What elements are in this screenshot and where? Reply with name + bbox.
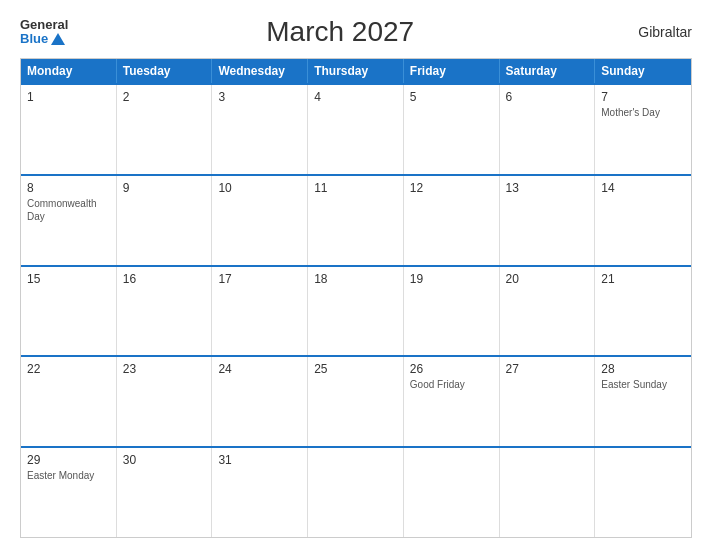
cell-5-5	[404, 448, 500, 537]
col-monday: Monday	[21, 59, 117, 83]
cell-2-3: 10	[212, 176, 308, 265]
logo-triangle-icon	[51, 33, 65, 45]
cell-3-1: 15	[21, 267, 117, 356]
cell-4-7: 28Easter Sunday	[595, 357, 691, 446]
calendar-title: March 2027	[68, 16, 612, 48]
cell-5-2: 30	[117, 448, 213, 537]
cell-3-4: 18	[308, 267, 404, 356]
calendar-row-1: 1 2 3 4 5 6 7Mother's Day	[21, 83, 691, 174]
calendar-row-3: 15 16 17 18 19 20 21	[21, 265, 691, 356]
cell-4-3: 24	[212, 357, 308, 446]
cell-5-7	[595, 448, 691, 537]
logo: General Blue	[20, 18, 68, 47]
cell-4-6: 27	[500, 357, 596, 446]
col-thursday: Thursday	[308, 59, 404, 83]
cell-2-1: 8Commonwealth Day	[21, 176, 117, 265]
calendar-body: 1 2 3 4 5 6 7Mother's Day 8Commonwealth …	[21, 83, 691, 537]
cell-2-6: 13	[500, 176, 596, 265]
cell-1-3: 3	[212, 85, 308, 174]
cell-3-6: 20	[500, 267, 596, 356]
cell-1-5: 5	[404, 85, 500, 174]
cell-5-3: 31	[212, 448, 308, 537]
col-friday: Friday	[404, 59, 500, 83]
calendar-row-2: 8Commonwealth Day 9 10 11 12 13 14	[21, 174, 691, 265]
cell-4-1: 22	[21, 357, 117, 446]
cell-2-5: 12	[404, 176, 500, 265]
cell-1-1: 1	[21, 85, 117, 174]
cell-2-2: 9	[117, 176, 213, 265]
cell-4-2: 23	[117, 357, 213, 446]
cell-1-4: 4	[308, 85, 404, 174]
cell-2-4: 11	[308, 176, 404, 265]
region-label: Gibraltar	[612, 24, 692, 40]
calendar-header: Monday Tuesday Wednesday Thursday Friday…	[21, 59, 691, 83]
col-tuesday: Tuesday	[117, 59, 213, 83]
col-saturday: Saturday	[500, 59, 596, 83]
calendar-row-5: 29Easter Monday 30 31	[21, 446, 691, 537]
cell-4-5: 26Good Friday	[404, 357, 500, 446]
cell-3-3: 17	[212, 267, 308, 356]
cell-4-4: 25	[308, 357, 404, 446]
col-sunday: Sunday	[595, 59, 691, 83]
col-wednesday: Wednesday	[212, 59, 308, 83]
page: General Blue March 2027 Gibraltar Monday…	[0, 0, 712, 550]
header: General Blue March 2027 Gibraltar	[20, 16, 692, 48]
cell-1-7: 7Mother's Day	[595, 85, 691, 174]
cell-1-6: 6	[500, 85, 596, 174]
calendar: Monday Tuesday Wednesday Thursday Friday…	[20, 58, 692, 538]
calendar-row-4: 22 23 24 25 26Good Friday 27 28Easter Su…	[21, 355, 691, 446]
cell-1-2: 2	[117, 85, 213, 174]
cell-5-4	[308, 448, 404, 537]
logo-blue-text: Blue	[20, 32, 65, 46]
cell-2-7: 14	[595, 176, 691, 265]
logo-general-text: General	[20, 18, 68, 32]
cell-5-1: 29Easter Monday	[21, 448, 117, 537]
cell-3-5: 19	[404, 267, 500, 356]
cell-5-6	[500, 448, 596, 537]
cell-3-7: 21	[595, 267, 691, 356]
cell-3-2: 16	[117, 267, 213, 356]
